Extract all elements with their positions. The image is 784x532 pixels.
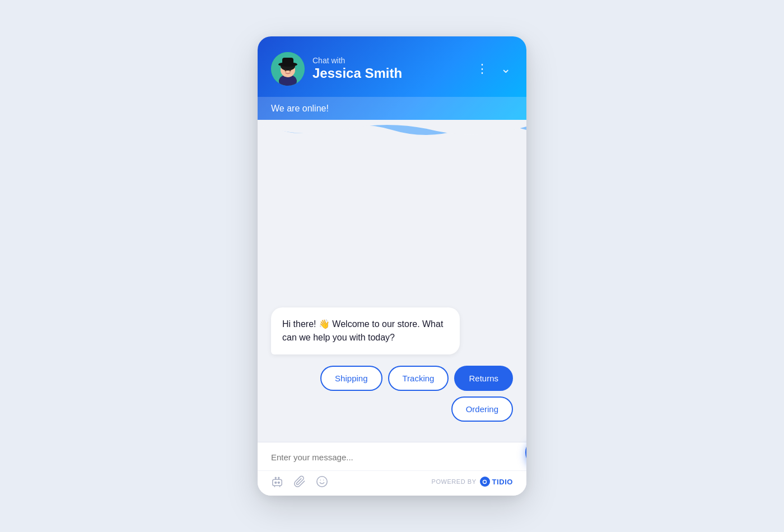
quick-reply-shipping[interactable]: Shipping <box>320 366 382 391</box>
collapse-button[interactable]: ⌄ <box>498 59 513 78</box>
agent-name: Jessica Smith <box>312 66 402 82</box>
header-top: Chat with Jessica Smith ⋮ ⌄ <box>271 52 513 86</box>
svg-point-10 <box>278 482 279 483</box>
powered-by-label: POWERED BY <box>432 478 477 485</box>
wave-decoration <box>258 120 526 140</box>
quick-reply-tracking[interactable]: Tracking <box>388 366 449 391</box>
attachment-icon[interactable] <box>293 475 306 488</box>
online-banner: We are online! <box>258 97 526 120</box>
tidio-brand-name: TIDIO <box>492 478 513 486</box>
header-text: Chat with Jessica Smith <box>312 56 402 82</box>
header-actions: ⋮ ⌄ <box>474 59 513 78</box>
svg-point-6 <box>285 70 287 72</box>
quick-reply-returns[interactable]: Returns <box>454 366 513 391</box>
chat-widget: Chat with Jessica Smith ⋮ ⌄ We are onlin… <box>258 36 526 496</box>
bot-message-bubble: Hi there! 👋 Welcome to our store. What c… <box>271 307 460 354</box>
bot-icon[interactable] <box>271 475 283 488</box>
svg-rect-5 <box>282 58 293 65</box>
chat-body: Hi there! 👋 Welcome to our store. What c… <box>258 140 526 442</box>
message-input-wrapper: ▶ <box>258 442 526 470</box>
more-options-button[interactable]: ⋮ <box>474 59 491 78</box>
avatar <box>271 52 305 86</box>
svg-point-17 <box>483 480 486 483</box>
quick-replies: Shipping Tracking Returns Ordering <box>271 366 513 422</box>
chevron-down-icon: ⌄ <box>501 62 511 76</box>
tidio-logo: TIDIO <box>480 477 513 487</box>
svg-point-13 <box>317 477 327 487</box>
chat-header: Chat with Jessica Smith ⋮ ⌄ We are onlin… <box>258 36 526 140</box>
svg-point-11 <box>275 477 276 478</box>
tidio-dot-icon <box>480 477 490 487</box>
chat-with-label: Chat with <box>312 56 402 66</box>
svg-point-9 <box>275 482 277 483</box>
quick-reply-ordering[interactable]: Ordering <box>451 396 513 422</box>
message-input[interactable] <box>271 452 487 462</box>
svg-rect-8 <box>273 479 282 486</box>
powered-by: POWERED BY TIDIO <box>432 477 514 487</box>
message-text: Hi there! 👋 Welcome to our store. What c… <box>282 319 443 342</box>
online-status-text: We are online! <box>271 104 329 113</box>
header-left: Chat with Jessica Smith <box>271 52 402 86</box>
footer-toolbar: POWERED BY TIDIO <box>258 470 526 496</box>
svg-point-7 <box>290 70 291 72</box>
emoji-icon[interactable] <box>316 475 328 488</box>
svg-point-12 <box>278 477 279 478</box>
chat-footer: ▶ <box>258 442 526 496</box>
more-icon: ⋮ <box>476 62 488 76</box>
